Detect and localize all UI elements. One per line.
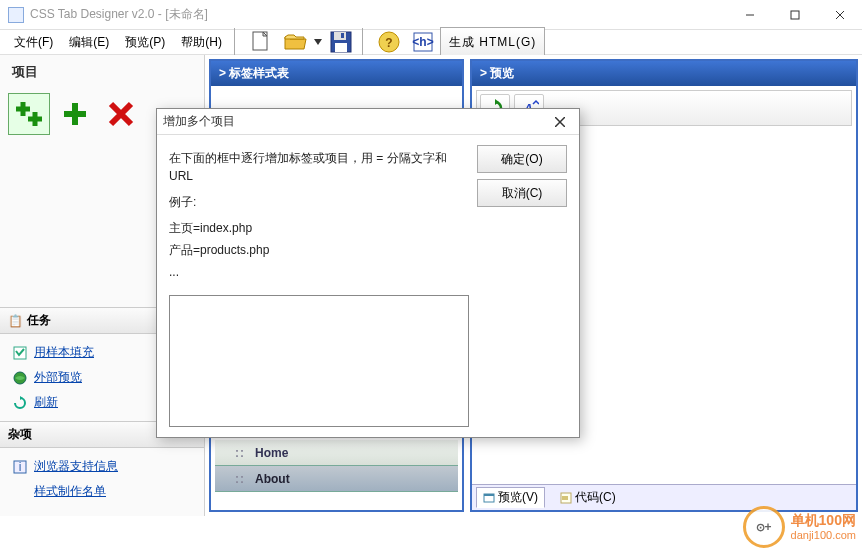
grip-icon: ::	[235, 446, 245, 460]
project-header: 项目	[0, 55, 204, 89]
new-file-button[interactable]	[244, 25, 278, 59]
menubar: 文件(F) 编辑(E) 预览(P) 帮助(H) ? <h> 生成 HTML(G)	[0, 30, 862, 55]
tab-about-row[interactable]: :: About	[215, 466, 458, 492]
svg-rect-19	[484, 494, 494, 496]
help-button[interactable]: ?	[372, 25, 406, 59]
tab-preview-view[interactable]: 预览(V)	[476, 487, 545, 508]
info-icon: i	[12, 459, 28, 475]
open-dropdown-button[interactable]	[312, 39, 324, 45]
task-refresh-label: 刷新	[34, 394, 58, 411]
task-icon: 📋	[8, 314, 23, 328]
preview-pane-header: > 预览	[472, 61, 856, 86]
menu-edit[interactable]: 编辑(E)	[61, 31, 117, 54]
refresh-icon	[12, 395, 28, 411]
dialog-cancel-label: 取消(C)	[502, 185, 543, 202]
separator	[234, 28, 240, 56]
code-tab-icon	[560, 492, 572, 504]
menu-file[interactable]: 文件(F)	[6, 31, 61, 54]
plus-icon	[60, 99, 90, 129]
help-icon: ?	[377, 30, 401, 54]
double-plus-icon	[13, 98, 45, 130]
dialog-textarea[interactable]	[169, 295, 469, 427]
svg-rect-1	[791, 11, 799, 19]
close-icon	[555, 117, 565, 127]
dialog-ok-label: 确定(O)	[501, 151, 542, 168]
preview-tab-icon	[483, 492, 495, 504]
tab-code-label: 代码(C)	[575, 489, 616, 506]
watermark: ⊙+ 单机100网 danji100.com	[743, 506, 856, 548]
tab-home-row[interactable]: :: Home	[215, 440, 458, 466]
dialog-example-2: 产品=products.php	[169, 241, 469, 259]
tasks-label: 任务	[27, 312, 51, 329]
tab-preview-label: 预览(V)	[498, 489, 538, 506]
add-multiple-dialog: 增加多个项目 在下面的框中逐行增加标签或项目，用 = 分隔文字和 URL 例子:…	[156, 108, 580, 438]
task-external-preview-label: 外部预览	[34, 369, 82, 386]
dialog-example-3: ...	[169, 263, 469, 281]
dialog-example-label: 例子:	[169, 193, 469, 211]
window-title: CSS Tab Designer v2.0 - [未命名]	[30, 6, 727, 23]
add-multiple-button[interactable]	[8, 93, 50, 135]
menu-preview[interactable]: 预览(P)	[117, 31, 173, 54]
app-icon	[8, 7, 24, 23]
misc-credits[interactable]: 样式制作名单	[0, 479, 204, 504]
chevron-down-icon	[314, 39, 322, 45]
tab-home-label: Home	[255, 446, 288, 460]
grip-icon: ::	[235, 472, 245, 486]
separator	[362, 28, 368, 56]
menu-help[interactable]: 帮助(H)	[173, 31, 230, 54]
blank-icon	[12, 484, 28, 500]
generate-label: 生成 HTML(G)	[449, 34, 536, 51]
save-button[interactable]	[324, 25, 358, 59]
watermark-icon: ⊙+	[743, 506, 785, 548]
styles-pane-header: > 标签样式表	[211, 61, 462, 86]
x-icon	[106, 99, 136, 129]
tab-about-label: About	[255, 472, 290, 486]
svg-rect-8	[341, 33, 344, 38]
watermark-plus: +	[765, 520, 772, 534]
globe-icon	[12, 370, 28, 386]
misc-credits-label: 样式制作名单	[34, 483, 106, 500]
svg-text:i: i	[19, 460, 22, 474]
watermark-en: danji100.com	[791, 529, 856, 541]
floppy-disk-icon	[328, 29, 354, 55]
dialog-ok-button[interactable]: 确定(O)	[477, 145, 567, 173]
dialog-example-1: 主页=index.php	[169, 219, 469, 237]
new-file-icon	[248, 29, 274, 55]
misc-label: 杂项	[8, 426, 32, 443]
svg-text:?: ?	[385, 36, 392, 50]
dialog-close-button[interactable]	[547, 111, 573, 133]
generate-html-button[interactable]: 生成 HTML(G)	[440, 27, 545, 57]
add-single-button[interactable]	[54, 93, 96, 135]
dialog-title: 增加多个项目	[163, 113, 547, 130]
delete-button[interactable]	[100, 93, 142, 135]
sample-icon	[12, 345, 28, 361]
task-fill-sample-label: 用样本填充	[34, 344, 94, 361]
watermark-cn: 单机100网	[791, 513, 856, 528]
dialog-instruction: 在下面的框中逐行增加标签或项目，用 = 分隔文字和 URL	[169, 149, 469, 185]
dialog-cancel-button[interactable]: 取消(C)	[477, 179, 567, 207]
tab-code-view[interactable]: 代码(C)	[553, 487, 623, 508]
svg-text:<h>: <h>	[412, 35, 433, 49]
stylesheet-icon: <h>	[411, 30, 435, 54]
close-button[interactable]	[817, 0, 862, 29]
open-file-button[interactable]	[278, 25, 312, 59]
misc-browser-support-label: 浏览器支持信息	[34, 458, 118, 475]
misc-browser-support[interactable]: i 浏览器支持信息	[0, 454, 204, 479]
stylesheet-button[interactable]: <h>	[406, 25, 440, 59]
maximize-button[interactable]	[772, 0, 817, 29]
minimize-button[interactable]	[727, 0, 772, 29]
svg-rect-7	[335, 43, 347, 52]
svg-rect-6	[334, 32, 346, 40]
open-folder-icon	[282, 29, 308, 55]
